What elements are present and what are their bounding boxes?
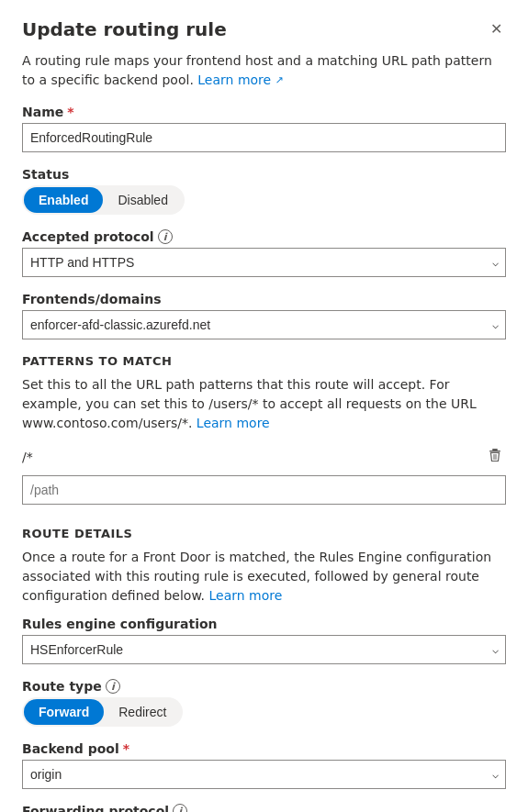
route-type-redirect-button[interactable]: Redirect: [104, 699, 181, 725]
svg-rect-0: [492, 449, 498, 450]
frontends-select-wrapper: enforcer-afd-classic.azurefd.net ⌵: [22, 310, 506, 339]
status-field-group: Status Enabled Disabled: [22, 167, 506, 215]
status-label: Status: [22, 167, 506, 182]
panel-description: A routing rule maps your frontend host a…: [22, 51, 506, 90]
route-type-toggle-group: Forward Redirect: [22, 697, 183, 727]
forwarding-protocol-label: Forwarding protocol i: [22, 804, 506, 812]
patterns-section-desc: Set this to all the URL path patterns th…: [22, 375, 506, 433]
frontends-label: Frontends/domains: [22, 292, 506, 306]
panel-title: Update routing rule: [22, 18, 227, 40]
accepted-protocol-select[interactable]: HTTP and HTTPS: [22, 248, 506, 277]
frontends-select[interactable]: enforcer-afd-classic.azurefd.net: [22, 310, 506, 339]
accepted-protocol-select-wrapper: HTTP and HTTPS ⌵: [22, 248, 506, 277]
path-input[interactable]: [22, 475, 506, 505]
status-toggle-group: Enabled Disabled: [22, 185, 185, 215]
rules-engine-field-group: Rules engine configuration HSEnforcerRul…: [22, 617, 506, 664]
accepted-protocol-field-group: Accepted protocol i HTTP and HTTPS ⌵: [22, 229, 506, 277]
pattern-value: /*: [22, 450, 33, 464]
update-routing-rule-panel: Update routing rule ✕ A routing rule map…: [0, 0, 528, 812]
status-disabled-button[interactable]: Disabled: [103, 187, 182, 213]
rules-engine-select-wrapper: HSEnforcerRule ⌵: [22, 635, 506, 664]
backend-pool-label: Backend pool *: [22, 741, 506, 756]
trash-icon: [488, 448, 502, 462]
route-details-learn-more-link[interactable]: Learn more: [208, 588, 282, 603]
route-type-forward-button[interactable]: Forward: [24, 699, 104, 725]
name-label: Name *: [22, 105, 506, 119]
backend-pool-required-star: *: [123, 741, 129, 756]
rules-engine-select[interactable]: HSEnforcerRule: [22, 635, 506, 664]
route-type-label: Route type i: [22, 679, 506, 694]
backend-pool-select[interactable]: origin: [22, 760, 506, 789]
frontends-field-group: Frontends/domains enforcer-afd-classic.a…: [22, 292, 506, 339]
backend-pool-select-wrapper: origin ⌵: [22, 760, 506, 789]
accepted-protocol-label: Accepted protocol i: [22, 229, 506, 244]
route-type-field-group: Route type i Forward Redirect: [22, 679, 506, 727]
name-input[interactable]: [22, 123, 506, 152]
status-enabled-button[interactable]: Enabled: [24, 187, 103, 213]
backend-pool-field-group: Backend pool * origin ⌵: [22, 741, 506, 789]
route-details-section-header: ROUTE DETAILS: [22, 527, 506, 540]
route-type-info-icon[interactable]: i: [106, 679, 120, 694]
route-details-section-desc: Once a route for a Front Door is matched…: [22, 548, 506, 606]
forwarding-protocol-info-icon[interactable]: i: [173, 804, 187, 812]
pattern-delete-button[interactable]: [484, 444, 506, 470]
external-link-icon: ↗: [275, 74, 284, 86]
panel-header: Update routing rule ✕: [22, 18, 506, 40]
patterns-section-header: PATTERNS TO MATCH: [22, 354, 506, 368]
svg-rect-1: [489, 450, 500, 452]
description-learn-more-link[interactable]: Learn more ↗: [197, 72, 284, 87]
forwarding-protocol-field-group: Forwarding protocol i HTTPS only: [22, 804, 506, 812]
name-required-star: *: [67, 105, 73, 119]
rules-engine-label: Rules engine configuration: [22, 617, 506, 631]
accepted-protocol-info-icon[interactable]: i: [158, 229, 173, 244]
pattern-row: /*: [22, 444, 506, 470]
close-button[interactable]: ✕: [487, 18, 506, 40]
patterns-learn-more-link[interactable]: Learn more: [197, 416, 270, 430]
name-field-group: Name *: [22, 105, 506, 152]
